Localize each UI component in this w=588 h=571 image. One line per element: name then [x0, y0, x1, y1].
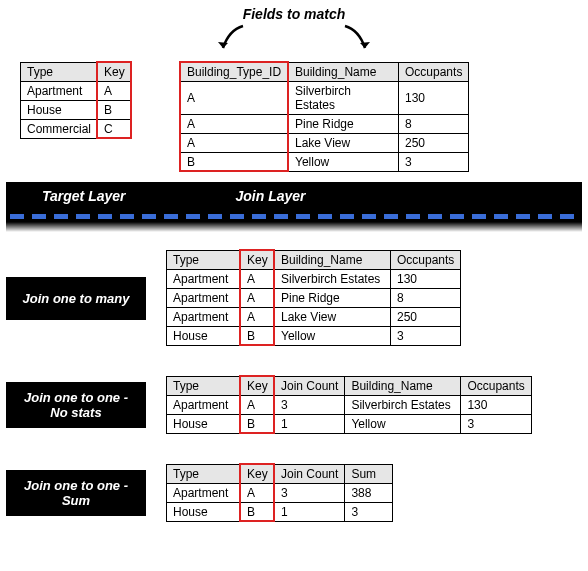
result3-label: Join one to one - Sum: [6, 470, 146, 516]
result2-table: TypeKeyJoin CountBuilding_NameOccupantsA…: [166, 376, 532, 434]
arrows-row: [6, 24, 582, 60]
col-header: Type: [167, 465, 241, 484]
table-row: HouseB: [21, 101, 132, 120]
col-header: Type: [167, 377, 241, 396]
arrow-right-icon: [339, 24, 373, 60]
col-header: Occupants: [399, 63, 469, 82]
table-row: ALake View250: [181, 134, 469, 153]
result2-label: Join one to one - No stats: [6, 382, 146, 428]
fields-to-match-label: Fields to match: [6, 6, 582, 22]
col-header: Building_Type_ID: [181, 63, 289, 82]
col-header: Occupants: [391, 251, 461, 270]
table-row: ApartmentAPine Ridge8: [167, 289, 461, 308]
col-header: Sum: [345, 465, 393, 484]
col-header: Occupants: [461, 377, 531, 396]
table-row: BYellow3: [181, 153, 469, 172]
table-row: HouseB13: [167, 503, 393, 522]
table-row: CommercialC: [21, 120, 132, 139]
col-header: Key: [241, 377, 275, 396]
table-row: APine Ridge8: [181, 115, 469, 134]
layer-bar: Target Layer Join Layer: [6, 182, 582, 210]
col-header: Building_Name: [289, 63, 399, 82]
table-row: ApartmentASilverbirch Estates130: [167, 270, 461, 289]
table-row: ApartmentA3388: [167, 484, 393, 503]
col-header: Type: [167, 251, 241, 270]
join-layer-label: Join Layer: [236, 188, 306, 204]
col-header: Building_Name: [275, 251, 391, 270]
result3-label-l2: Sum: [62, 493, 90, 508]
table-row: ApartmentALake View250: [167, 308, 461, 327]
table-row: HouseBYellow3: [167, 327, 461, 346]
result2-label-l2: No stats: [50, 405, 101, 420]
result3-table: TypeKeyJoin CountSumApartmentA3388HouseB…: [166, 464, 393, 522]
table-row: ApartmentA: [21, 82, 132, 101]
table-row: HouseB1Yellow3: [167, 415, 532, 434]
arrow-left-icon: [215, 24, 249, 60]
table-row: ApartmentA3Silverbirch Estates130: [167, 396, 532, 415]
result2-label-l1: Join one to one -: [24, 390, 128, 405]
col-header: Building_Name: [345, 377, 461, 396]
shadow-bar: [6, 222, 582, 232]
col-header: Key: [241, 465, 275, 484]
target-layer-table: TypeKeyApartmentAHouseBCommercialC: [20, 62, 132, 139]
target-layer-label: Target Layer: [42, 188, 126, 204]
col-header: Key: [241, 251, 275, 270]
col-header: Key: [98, 63, 132, 82]
result1-table: TypeKeyBuilding_NameOccupantsApartmentAS…: [166, 250, 461, 346]
divider-dashes: [6, 210, 582, 222]
result3-label-l1: Join one to one -: [24, 478, 128, 493]
join-layer-table: Building_Type_IDBuilding_NameOccupantsAS…: [180, 62, 469, 172]
result1-label: Join one to many: [6, 277, 146, 320]
col-header: Join Count: [275, 377, 345, 396]
col-header: Join Count: [275, 465, 345, 484]
col-header: Type: [21, 63, 98, 82]
table-row: ASilverbirch Estates130: [181, 82, 469, 115]
